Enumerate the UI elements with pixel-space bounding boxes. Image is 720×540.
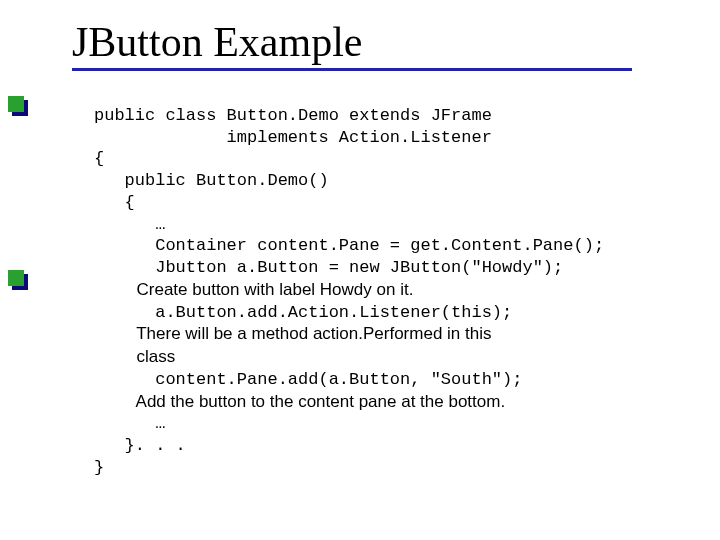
code-comment: class — [94, 347, 175, 366]
slide: JButton Example public class Button.Demo… — [0, 0, 720, 540]
code-line: public class Button.Demo extends JFrame — [94, 106, 492, 125]
code-line: content.Pane.add(a.Button, "South"); — [94, 370, 522, 389]
code-comment: There will be a method action.Performed … — [94, 324, 491, 343]
code-line: { — [94, 193, 135, 212]
code-line: }. . . — [94, 436, 186, 455]
code-line: public Button.Demo() — [94, 171, 329, 190]
bullet-icon — [8, 270, 24, 286]
code-comment: Create button with label Howdy on it. — [94, 280, 413, 299]
code-line: { — [94, 149, 104, 168]
code-comment: Add the button to the content pane at th… — [94, 392, 505, 411]
code-line: } — [94, 458, 104, 477]
page-title: JButton Example — [72, 18, 690, 66]
code-block: public class Button.Demo extends JFrame … — [94, 83, 690, 479]
code-line: a.Button.add.Action.Listener(this); — [94, 303, 512, 322]
code-line: … — [94, 414, 165, 433]
code-line: implements Action.Listener — [94, 128, 492, 147]
title-underline — [72, 68, 632, 71]
code-line: Container content.Pane = get.Content.Pan… — [94, 236, 604, 255]
code-line: … — [94, 215, 165, 234]
code-line: Jbutton a.Button = new JButton("Howdy"); — [94, 258, 563, 277]
bullet-icon — [8, 96, 24, 112]
